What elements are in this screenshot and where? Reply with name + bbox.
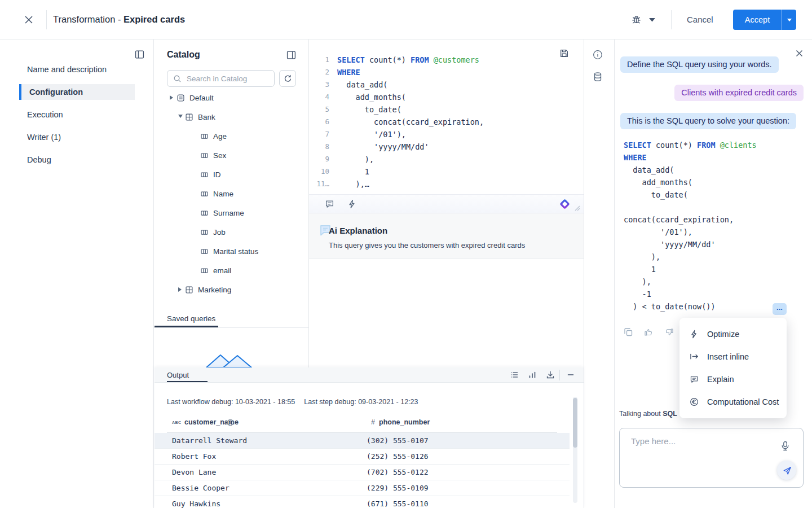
code-line: ), — [624, 251, 757, 263]
column-icon — [200, 132, 209, 141]
code-line: 6 concat(ccard_expiration, — [309, 116, 484, 128]
refresh-button[interactable] — [279, 70, 296, 87]
caret-down-icon[interactable] — [178, 114, 183, 120]
chat-bubble: This is the SQL query to solve your ques… — [620, 113, 796, 129]
tree-item-sex[interactable]: Sex — [154, 146, 308, 165]
download-icon[interactable] — [546, 370, 555, 379]
comment-icon — [690, 375, 699, 384]
right-rail — [584, 40, 615, 508]
sidebar-item-debug[interactable]: Debug — [0, 148, 153, 171]
more-actions-button[interactable]: ... — [773, 303, 787, 315]
chat-input[interactable] — [631, 436, 766, 479]
settings-sidebar: Name and descriptionConfigurationExecuti… — [0, 40, 154, 508]
code-line: 8 'yyyy/MM/dd' — [309, 141, 484, 153]
catalog-collapse-icon[interactable] — [286, 50, 296, 60]
copy-icon[interactable] — [624, 327, 633, 337]
column-header-phone-number[interactable]: phone_number — [379, 418, 430, 426]
page-title: Transformation - Expired cards — [53, 14, 185, 25]
accept-dropdown-caret-icon[interactable] — [782, 10, 796, 30]
tree-item-email[interactable]: email — [154, 261, 308, 280]
menu-item-explain[interactable]: Explain — [679, 368, 787, 391]
code-line: 7 '/01'), — [309, 128, 484, 141]
table-row[interactable]: Robert Fox(252) 555-0126 — [155, 449, 570, 465]
output-panel: Output Last workflow debug: 10-03-2021 -… — [155, 367, 584, 508]
chat-bubble: Clients with expired credit cards — [674, 85, 804, 101]
code-line: concat(ccard_expiration, — [624, 213, 757, 226]
send-button[interactable] — [777, 461, 796, 480]
tab-output[interactable]: Output — [167, 371, 189, 379]
column-info-icon[interactable] — [227, 419, 234, 426]
menu-item-computational-cost[interactable]: Computational Cost — [679, 391, 787, 413]
code-line: SELECT count(*) FROM @clients — [624, 139, 757, 151]
ai-explanation-block: Ai Explanation This query gives you the … — [309, 213, 584, 259]
table-row[interactable]: Datarrell Steward(302) 555-0107 — [155, 433, 570, 449]
saved-queries-tab[interactable]: Saved queries — [167, 314, 215, 323]
table-row[interactable]: Bessie Cooper(229) 555-0109 — [155, 480, 570, 496]
database-icon[interactable] — [593, 72, 603, 82]
tree-item-default[interactable]: Default — [154, 88, 308, 107]
minimize-icon[interactable] — [566, 370, 575, 379]
table-row[interactable]: Guy Hawkins(671) 555-0110 — [155, 496, 570, 508]
sidebar-item-execution[interactable]: Execution — [0, 103, 153, 126]
lightning-icon[interactable] — [347, 199, 357, 209]
comment-icon[interactable] — [325, 199, 334, 209]
line-number: 8 — [315, 141, 329, 153]
sidebar-item-writer-1-[interactable]: Writer (1) — [0, 126, 153, 148]
column-icon — [200, 228, 209, 237]
close-icon[interactable] — [23, 14, 35, 26]
header-divider-2 — [671, 10, 672, 29]
debug-bug-icon[interactable] — [630, 14, 642, 26]
code-line: add_months( — [624, 176, 757, 189]
column-icon — [200, 170, 209, 179]
search-icon — [173, 75, 182, 83]
ai-explanation-body: This query gives you the customers with … — [329, 241, 525, 249]
line-number: 7 — [315, 128, 329, 141]
menu-item-optimize[interactable]: Optimize — [679, 323, 787, 345]
tree-item-name[interactable]: Name — [154, 184, 308, 203]
column-icon — [200, 190, 209, 198]
text-type-icon: ABC — [172, 421, 182, 424]
code-line: -1 — [624, 288, 757, 300]
header: Transformation - Expired cards Cancel Ac… — [0, 0, 812, 40]
list-view-icon[interactable] — [510, 370, 519, 379]
info-icon[interactable] — [593, 50, 603, 60]
code-line: 9 ), — [309, 153, 484, 165]
tree-item-marketing[interactable]: Marketing — [154, 280, 308, 299]
thumbs-down-icon[interactable] — [664, 327, 674, 337]
code-line — [624, 201, 757, 213]
microphone-icon[interactable] — [780, 441, 790, 452]
accept-button[interactable]: Accept — [733, 10, 782, 30]
tree-item-id[interactable]: ID — [154, 165, 308, 184]
header-divider — [46, 10, 47, 29]
debug-dropdown-caret-icon[interactable] — [648, 17, 656, 23]
cancel-button[interactable]: Cancel — [687, 15, 713, 24]
ai-diamond-icon[interactable] — [559, 198, 571, 210]
sidebar-item-name-and-description[interactable]: Name and description — [0, 58, 153, 81]
tree-item-marital-status[interactable]: Marital status — [154, 242, 308, 261]
search-input[interactable] — [187, 71, 271, 86]
column-icon — [200, 266, 209, 275]
caret-right-icon[interactable] — [178, 287, 183, 292]
thumbs-up-icon[interactable] — [644, 327, 654, 337]
tree-item-bank[interactable]: Bank — [154, 107, 308, 126]
code-line: 5 to_date( — [309, 103, 484, 116]
menu-item-insert-inline[interactable]: Insert inline — [679, 345, 787, 368]
output-scrollbar-thumb[interactable] — [573, 398, 577, 448]
table-row[interactable]: Devon Lane(702) 555-0122 — [155, 465, 570, 480]
table-column-headers: ABC customer_name # phone_number — [155, 418, 584, 427]
chart-view-icon[interactable] — [528, 370, 537, 379]
code-line: 1SELECT count(*) FROM @customers — [309, 54, 484, 66]
resize-handle[interactable] — [573, 204, 580, 211]
database-icon — [176, 94, 185, 102]
tree-item-job[interactable]: Job — [154, 222, 308, 242]
code-line: 11… ),… — [309, 178, 484, 190]
tree-item-age[interactable]: Age — [154, 126, 308, 146]
save-icon[interactable] — [559, 49, 569, 58]
lightning-icon — [690, 330, 699, 339]
catalog-search — [167, 70, 275, 87]
sidebar-item-configuration[interactable]: Configuration — [0, 81, 153, 103]
line-number: 10 — [315, 165, 329, 178]
ai-explanation-title: Ai Explanation — [329, 226, 387, 235]
tree-item-surname[interactable]: Surname — [154, 203, 308, 222]
caret-right-icon[interactable] — [169, 95, 174, 100]
